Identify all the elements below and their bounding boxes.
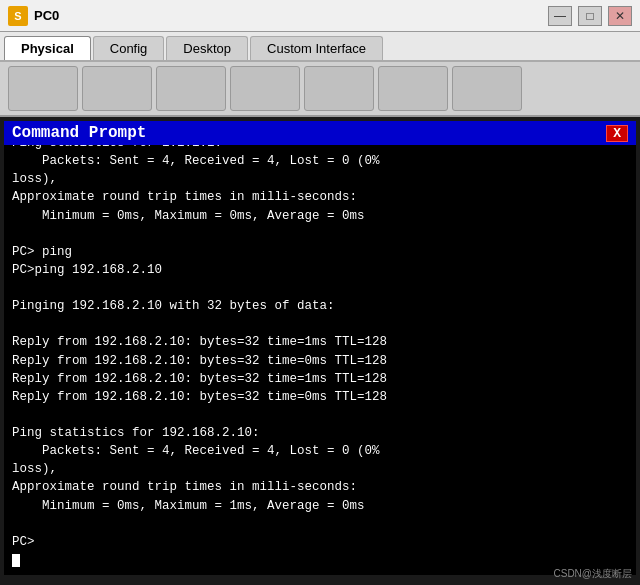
icon-box-7 [452, 66, 522, 111]
icon-strip [0, 62, 640, 117]
window-title: PC0 [34, 8, 542, 23]
watermark: CSDN@浅度断层 [554, 567, 633, 581]
prompt-close-button[interactable]: X [606, 125, 628, 142]
icon-box-2 [82, 66, 152, 111]
close-button[interactable]: ✕ [608, 6, 632, 26]
icon-box-1 [8, 66, 78, 111]
tab-custom-interface[interactable]: Custom Interface [250, 36, 383, 60]
icon-box-5 [304, 66, 374, 111]
prompt-body[interactable]: Ping statistics for 1.1.1.1: Packets: Se… [4, 145, 636, 575]
icon-box-3 [156, 66, 226, 111]
prompt-container: Command Prompt X Ping statistics for 1.1… [0, 117, 640, 585]
prompt-title-bar: Command Prompt X [4, 121, 636, 145]
tab-desktop[interactable]: Desktop [166, 36, 248, 60]
icon-box-4 [230, 66, 300, 111]
icon-box-6 [378, 66, 448, 111]
prompt-title-text: Command Prompt [12, 124, 146, 142]
minimize-button[interactable]: — [548, 6, 572, 26]
app-icon: S [8, 6, 28, 26]
tab-physical[interactable]: Physical [4, 36, 91, 60]
tab-bar: Physical Config Desktop Custom Interface [0, 32, 640, 62]
maximize-button[interactable]: □ [578, 6, 602, 26]
tab-config[interactable]: Config [93, 36, 165, 60]
title-bar: S PC0 — □ ✕ [0, 0, 640, 32]
